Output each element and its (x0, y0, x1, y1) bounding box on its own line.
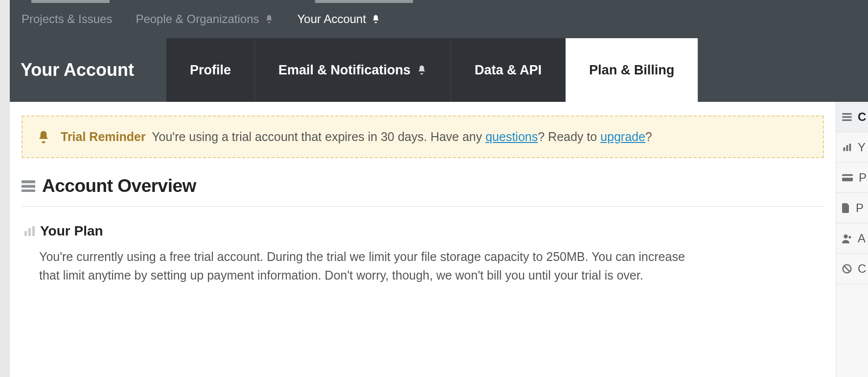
nav-label: People & Organizations (136, 12, 259, 26)
app-frame: Projects & Issues People & Organizations… (10, 0, 868, 377)
tab-label: Plan & Billing (589, 63, 674, 78)
file-icon (842, 203, 850, 213)
bell-icon (36, 129, 51, 145)
section-title: Account Overview (42, 176, 196, 196)
svg-line-17 (844, 266, 850, 272)
svg-point-15 (848, 236, 851, 238)
sidebar-label: P (856, 201, 864, 215)
menu-icon (22, 180, 35, 192)
svg-rect-4 (28, 228, 31, 236)
link-upgrade[interactable]: upgrade (600, 130, 645, 143)
svg-rect-2 (22, 189, 35, 192)
tab-email-notifications[interactable]: Email & Notifications (255, 38, 451, 102)
svg-rect-10 (846, 145, 848, 151)
left-gutter (0, 0, 10, 377)
link-questions[interactable]: questions (485, 130, 538, 143)
bell-icon (416, 64, 427, 76)
nav-stub (31, 0, 110, 3)
bars-icon (842, 143, 852, 152)
main-content: Trial Reminder You're using a trial acco… (10, 102, 836, 377)
sidebar-item[interactable]: C (836, 254, 868, 284)
nav-label: Projects & Issues (22, 12, 112, 26)
tab-label: Email & Notifications (278, 63, 411, 78)
svg-rect-8 (842, 119, 851, 120)
right-sidebar: C Y P P A C (836, 102, 868, 377)
svg-rect-13 (842, 176, 853, 178)
tab-spacer (698, 38, 868, 102)
svg-rect-1 (22, 185, 35, 188)
tab-label: Profile (190, 63, 231, 78)
sidebar-item[interactable]: C (836, 102, 868, 132)
svg-rect-9 (844, 147, 845, 151)
menu-icon (842, 113, 852, 121)
svg-rect-7 (842, 116, 851, 118)
ban-icon (842, 264, 852, 274)
page-title: Your Account (10, 38, 166, 102)
person-icon (842, 234, 852, 243)
sidebar-item[interactable]: P (836, 193, 868, 223)
nav-label: Your Account (297, 12, 366, 26)
sidebar-label: C (858, 110, 866, 124)
sidebar-item[interactable]: Y (836, 132, 868, 163)
nav-stub (315, 0, 413, 3)
card-icon (842, 174, 853, 182)
banner-text: ? Ready to (538, 130, 600, 143)
subsection-title: Your Plan (40, 223, 103, 239)
content-row: Trial Reminder You're using a trial acco… (10, 102, 868, 377)
account-tabs: Your Account Profile Email & Notificatio… (10, 38, 868, 102)
nav-projects-issues[interactable]: Projects & Issues (22, 12, 112, 26)
svg-rect-5 (32, 226, 35, 236)
top-nav: Projects & Issues People & Organizations… (10, 0, 868, 38)
plan-description: You're currently using a free trial acco… (22, 248, 707, 284)
sidebar-item[interactable]: A (836, 223, 868, 254)
trial-reminder-banner: Trial Reminder You're using a trial acco… (22, 116, 824, 158)
banner-message: Trial Reminder You're using a trial acco… (61, 128, 652, 145)
bell-icon (264, 14, 274, 24)
svg-rect-3 (24, 231, 27, 236)
banner-strong: Trial Reminder (61, 130, 146, 143)
sidebar-label: C (858, 262, 866, 276)
svg-rect-11 (849, 143, 851, 151)
sidebar-label: Y (858, 141, 866, 154)
banner-text: ? (645, 130, 652, 143)
bars-icon (23, 225, 35, 237)
tab-profile[interactable]: Profile (166, 38, 255, 102)
svg-rect-6 (842, 113, 851, 115)
tab-plan-billing[interactable]: Plan & Billing (566, 38, 698, 102)
divider (22, 206, 824, 207)
sidebar-label: P (859, 171, 867, 185)
svg-rect-0 (22, 180, 35, 183)
section-heading: Account Overview (22, 176, 824, 196)
sidebar-label: A (858, 232, 866, 245)
bell-icon (371, 14, 381, 24)
svg-point-14 (844, 234, 847, 238)
nav-people-orgs[interactable]: People & Organizations (136, 12, 274, 26)
sidebar-item[interactable]: P (836, 163, 868, 193)
nav-your-account[interactable]: Your Account (297, 12, 381, 26)
subsection-heading: Your Plan (22, 223, 824, 239)
tab-data-api[interactable]: Data & API (451, 38, 566, 102)
tab-label: Data & API (475, 63, 542, 78)
banner-text: You're using a trial account that expire… (152, 130, 485, 143)
